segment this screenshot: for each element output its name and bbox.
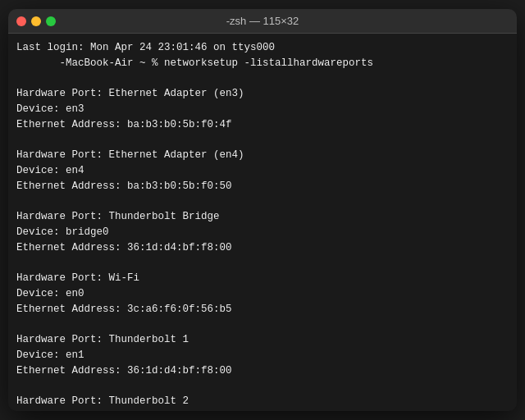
terminal-window: -zsh — 115×32 Last login: Mon Apr 24 23:… — [8, 9, 517, 411]
minimize-button[interactable] — [31, 16, 41, 26]
hw5-eth-line: Ethernet Address: 36:1d:d4:bf:f8:00 — [16, 363, 509, 379]
empty-line-1 — [16, 71, 509, 87]
hw6-port-line: Hardware Port: Thunderbolt 2 — [16, 394, 509, 409]
hw5-dev-line: Device: en1 — [16, 348, 509, 363]
empty-line-3 — [16, 194, 509, 210]
login-line: Last login: Mon Apr 24 23:01:46 on ttys0… — [16, 40, 509, 56]
hw4-port-line: Hardware Port: Wi-Fi — [16, 271, 509, 286]
window-title: -zsh — 115×32 — [226, 15, 299, 27]
hw3-port-line: Hardware Port: Thunderbolt Bridge — [16, 209, 509, 225]
empty-line-5 — [16, 317, 509, 333]
hw5-port-line: Hardware Port: Thunderbolt 1 — [16, 332, 509, 348]
cmd1-line: -MacBook-Air ~ % networksetup -listallha… — [16, 56, 509, 71]
hw1-dev-line: Device: en3 — [16, 102, 509, 117]
hw1-port-line: Hardware Port: Ethernet Adapter (en3) — [16, 86, 509, 102]
hw4-dev-line: Device: en0 — [16, 286, 509, 302]
empty-line-2 — [16, 133, 509, 148]
hw2-port-line: Hardware Port: Ethernet Adapter (en4) — [16, 148, 509, 163]
empty-line-6 — [16, 379, 509, 395]
hw3-eth-line: Ethernet Address: 36:1d:d4:bf:f8:00 — [16, 240, 509, 256]
hw2-dev-line: Device: en4 — [16, 163, 509, 179]
hw2-eth-line: Ethernet Address: ba:b3:b0:5b:f0:50 — [16, 179, 509, 194]
hw4-eth-line: Ethernet Address: 3c:a6:f6:0f:56:b5 — [16, 302, 509, 317]
title-bar: -zsh — 115×32 — [8, 9, 517, 34]
maximize-button[interactable] — [46, 16, 56, 26]
hw3-dev-line: Device: bridge0 — [16, 225, 509, 240]
traffic-lights[interactable] — [16, 16, 56, 26]
hw6-dev-line: Device: en2 — [16, 409, 509, 411]
close-button[interactable] — [16, 16, 26, 26]
empty-line-4 — [16, 256, 509, 272]
terminal-body[interactable]: Last login: Mon Apr 24 23:01:46 on ttys0… — [8, 34, 517, 411]
hw1-eth-line: Ethernet Address: ba:b3:b0:5b:f0:4f — [16, 117, 509, 133]
